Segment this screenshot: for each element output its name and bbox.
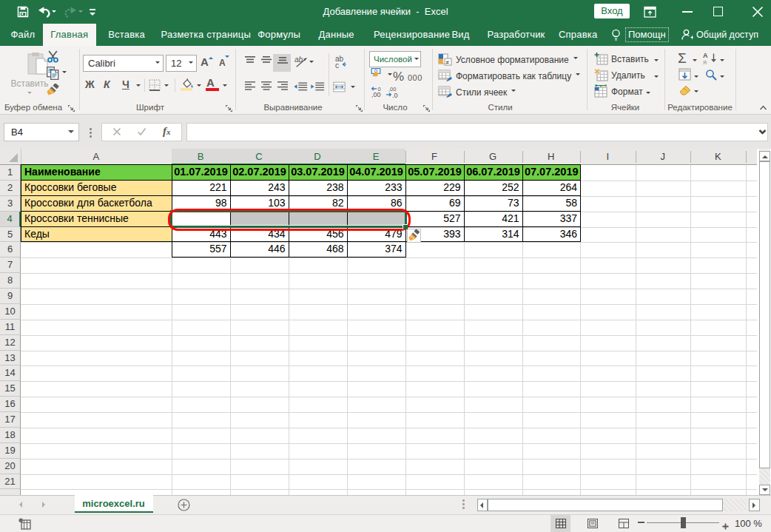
svg-text:я: я bbox=[703, 58, 707, 65]
svg-text:≠: ≠ bbox=[446, 59, 450, 66]
svg-text:c: c bbox=[335, 61, 339, 69]
svg-text:,0: ,0 bbox=[392, 92, 398, 98]
svg-text:,00: ,00 bbox=[371, 91, 381, 98]
